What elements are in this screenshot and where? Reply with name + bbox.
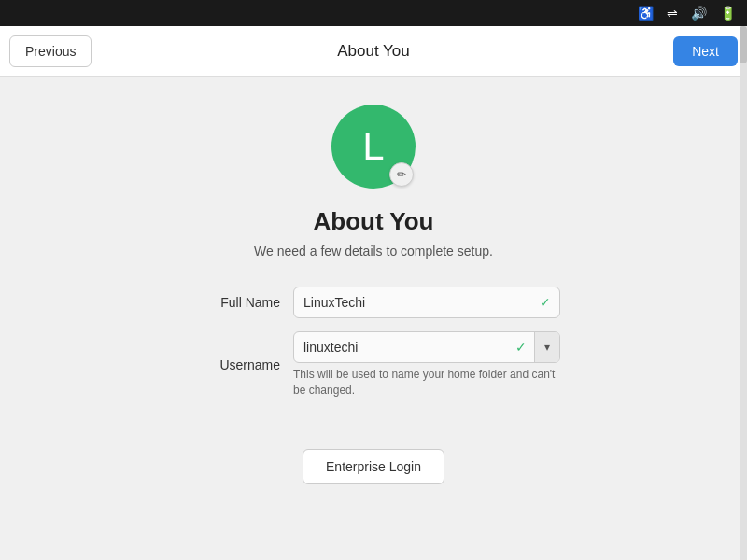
page-heading: About You	[313, 207, 433, 236]
network-icon[interactable]: ⇌	[667, 6, 678, 21]
chevron-down-icon: ▾	[544, 341, 550, 354]
avatar-edit-button[interactable]: ✏	[389, 162, 414, 187]
page-subtitle: We need a few details to complete setup.	[254, 244, 493, 259]
main-content: L ✏ About You We need a few details to c…	[0, 77, 747, 560]
username-input-group: ✓ ▾	[293, 331, 560, 363]
username-dropdown-button[interactable]: ▾	[534, 332, 559, 362]
next-button[interactable]: Next	[673, 36, 738, 66]
username-label: Username	[187, 357, 280, 372]
battery-icon[interactable]: 🔋	[720, 6, 736, 21]
volume-icon[interactable]: 🔊	[691, 6, 707, 21]
full-name-input[interactable]	[293, 287, 560, 318]
username-input[interactable]	[294, 332, 508, 362]
username-hint: This will be used to name your home fold…	[293, 367, 560, 399]
nav-title: About You	[337, 42, 410, 61]
full-name-label: Full Name	[187, 295, 280, 310]
pencil-icon: ✏	[397, 168, 406, 181]
username-row: Username ✓ ▾ This will be used to name y…	[187, 331, 560, 399]
scrollbar-thumb[interactable]	[740, 26, 747, 63]
username-check-icon: ✓	[508, 332, 534, 362]
full-name-check-icon: ✓	[540, 295, 551, 310]
system-bar: ♿ ⇌ 🔊 🔋	[0, 0, 747, 26]
full-name-row: Full Name ✓	[187, 287, 560, 318]
full-name-input-wrapper: ✓	[293, 287, 560, 318]
previous-button[interactable]: Previous	[9, 35, 92, 67]
accessibility-icon[interactable]: ♿	[638, 6, 654, 21]
scrollbar-track[interactable]	[740, 26, 747, 560]
nav-bar: Previous About You Next	[0, 26, 747, 77]
enterprise-login-button[interactable]: Enterprise Login	[303, 449, 444, 484]
avatar-container: L ✏	[331, 105, 416, 189]
form-container: Full Name ✓ Username ✓ ▾ This will be us…	[187, 287, 560, 412]
